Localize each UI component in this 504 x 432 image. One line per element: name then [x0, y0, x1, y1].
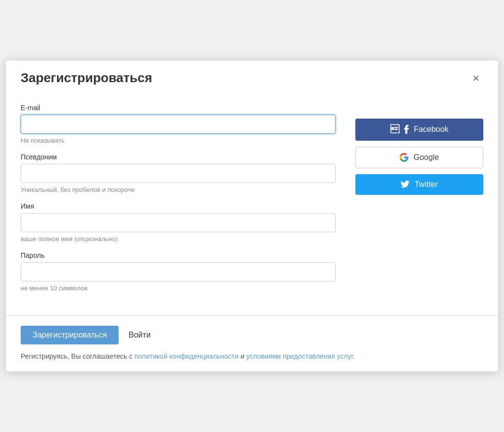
facebook-icon:  [390, 124, 399, 135]
privacy-link[interactable]: политикой конфиденциальности [134, 352, 239, 360]
username-hint: Уникальный, без пробелов и покороче [21, 185, 336, 194]
terms-link[interactable]: условиями предоставления услуг [246, 352, 352, 360]
footer-buttons: Зарегистрироваться Войти [21, 326, 483, 344]
close-button[interactable]: × [469, 70, 483, 86]
password-group: Пароль не менее 10 символов [21, 251, 336, 293]
dialog-title: Зарегистрироваться [21, 70, 152, 86]
login-link[interactable]: Войти [128, 331, 151, 339]
name-group: Имя ваше полное имя (опционально) [21, 202, 336, 244]
twitter-button[interactable]: Twitter [355, 174, 483, 195]
name-input[interactable] [21, 213, 336, 232]
social-section:  Facebook Google Twitter [355, 104, 483, 301]
google-label: Google [413, 153, 439, 162]
terms-text-1: Регистрируясь, Вы соглашаетесь с [21, 352, 134, 360]
name-label: Имя [21, 202, 336, 210]
terms-text-2: и [239, 352, 247, 360]
dialog-body: E-mail Не показывать Псевдоним Уникальны… [6, 94, 498, 316]
email-label: E-mail [21, 104, 336, 112]
twitter-label: Twitter [414, 180, 438, 189]
username-label: Псевдоним [21, 153, 336, 161]
dialog-footer: Зарегистрироваться Войти Регистрируясь, … [6, 315, 498, 371]
footer-text: Регистрируясь, Вы соглашаетесь с политик… [21, 351, 483, 362]
register-dialog: Зарегистрироваться × E-mail Не показыват… [6, 61, 498, 372]
form-section: E-mail Не показывать Псевдоним Уникальны… [21, 104, 336, 301]
terms-text-3: . [353, 352, 355, 360]
register-button[interactable]: Зарегистрироваться [21, 326, 119, 344]
facebook-button[interactable]:  Facebook [355, 119, 483, 141]
dialog-header: Зарегистрироваться × [6, 61, 498, 94]
username-group: Псевдоним Уникальный, без пробелов и пок… [21, 153, 336, 194]
google-button[interactable]: Google [355, 147, 483, 168]
password-hint: не менее 10 символов [21, 284, 336, 293]
password-label: Пароль [21, 251, 336, 259]
username-input[interactable] [21, 164, 336, 183]
email-group: E-mail Не показывать [21, 104, 336, 145]
email-input[interactable] [21, 115, 336, 134]
email-hint: Не показывать [21, 136, 336, 145]
facebook-label: Facebook [414, 125, 448, 134]
password-input[interactable] [21, 262, 336, 281]
google-svg-icon [400, 153, 409, 162]
twitter-svg-icon [401, 181, 410, 188]
name-hint: ваше полное имя (опционально) [21, 235, 336, 244]
facebook-svg-icon [404, 125, 409, 134]
